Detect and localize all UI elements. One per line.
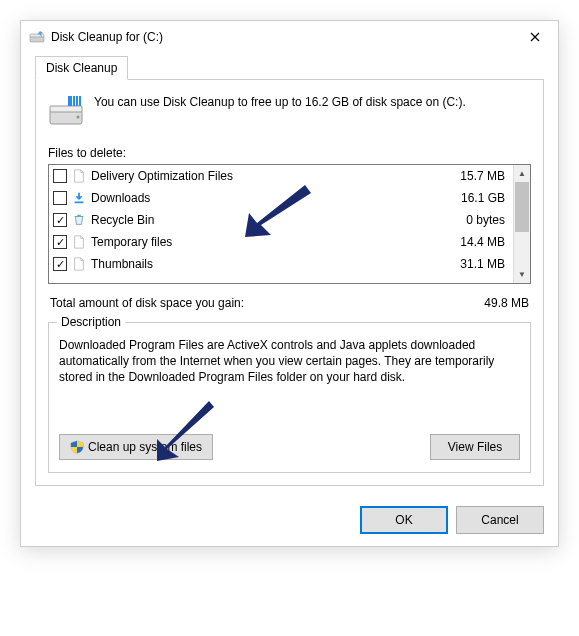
recycle-bin-icon xyxy=(71,212,87,228)
list-item[interactable]: ✓ Temporary files 14.4 MB xyxy=(49,231,513,253)
disk-cleanup-window: Disk Cleanup for (C:) Disk Cleanup xyxy=(20,20,559,547)
view-files-button[interactable]: View Files xyxy=(430,434,520,460)
svg-rect-6 xyxy=(73,96,75,106)
intro-text: You can use Disk Cleanup to free up to 1… xyxy=(94,94,466,130)
checkbox[interactable]: ✓ xyxy=(53,235,67,249)
cancel-label: Cancel xyxy=(481,513,518,527)
scroll-down-button[interactable]: ▼ xyxy=(514,266,530,283)
dialog-body: Disk Cleanup You can use Disk Cleanup to… xyxy=(21,55,558,494)
scroll-up-button[interactable]: ▲ xyxy=(514,165,530,182)
view-files-label: View Files xyxy=(448,440,502,454)
scroll-track[interactable] xyxy=(514,182,530,266)
list-item[interactable]: Downloads 16.1 GB xyxy=(49,187,513,209)
description-text: Downloaded Program Files are ActiveX con… xyxy=(59,337,520,386)
checkbox[interactable]: ✓ xyxy=(53,257,67,271)
disk-cleanup-icon xyxy=(29,29,45,45)
uac-shield-icon xyxy=(70,440,84,454)
total-value: 49.8 MB xyxy=(484,296,529,310)
svg-point-4 xyxy=(77,116,80,119)
item-name: Recycle Bin xyxy=(91,213,443,227)
tab-content: You can use Disk Cleanup to free up to 1… xyxy=(35,80,544,486)
list-item[interactable]: Delivery Optimization Files 15.7 MB xyxy=(49,165,513,187)
svg-rect-1 xyxy=(30,34,44,37)
item-size: 15.7 MB xyxy=(447,169,507,183)
list-item[interactable]: ✓ Thumbnails 31.1 MB xyxy=(49,253,513,275)
drive-icon xyxy=(48,94,84,130)
window-title: Disk Cleanup for (C:) xyxy=(51,30,520,44)
intro-row: You can use Disk Cleanup to free up to 1… xyxy=(48,94,531,130)
item-size: 16.1 GB xyxy=(447,191,507,205)
titlebar: Disk Cleanup for (C:) xyxy=(21,21,558,53)
ok-label: OK xyxy=(395,513,412,527)
file-icon xyxy=(71,256,87,272)
item-size: 31.1 MB xyxy=(447,257,507,271)
file-list-rows: Delivery Optimization Files 15.7 MB Down… xyxy=(49,165,513,283)
tab-disk-cleanup[interactable]: Disk Cleanup xyxy=(35,56,128,80)
dialog-footer: OK Cancel xyxy=(21,494,558,546)
checkbox[interactable] xyxy=(53,169,67,183)
ok-button[interactable]: OK xyxy=(360,506,448,534)
svg-rect-8 xyxy=(79,96,81,106)
item-name: Delivery Optimization Files xyxy=(91,169,443,183)
close-icon xyxy=(530,32,540,42)
cancel-button[interactable]: Cancel xyxy=(456,506,544,534)
scrollbar[interactable]: ▲ ▼ xyxy=(513,165,530,283)
clean-system-files-label: Clean up system files xyxy=(88,440,202,454)
svg-rect-5 xyxy=(68,96,72,106)
total-label: Total amount of disk space you gain: xyxy=(50,296,244,310)
checkbox[interactable] xyxy=(53,191,67,205)
svg-rect-3 xyxy=(50,106,82,112)
clean-system-files-button[interactable]: Clean up system files xyxy=(59,434,213,460)
tab-strip: Disk Cleanup xyxy=(35,55,544,80)
scroll-thumb[interactable] xyxy=(515,182,529,232)
svg-rect-7 xyxy=(76,96,78,106)
checkbox[interactable]: ✓ xyxy=(53,213,67,227)
item-name: Thumbnails xyxy=(91,257,443,271)
item-size: 0 bytes xyxy=(447,213,507,227)
item-name: Downloads xyxy=(91,191,443,205)
file-list: Delivery Optimization Files 15.7 MB Down… xyxy=(48,164,531,284)
list-item[interactable]: ✓ Recycle Bin 0 bytes xyxy=(49,209,513,231)
description-group: Description Downloaded Program Files are… xyxy=(48,322,531,473)
description-buttons: Clean up system files View Files xyxy=(59,434,520,460)
description-label: Description xyxy=(57,315,125,329)
files-to-delete-label: Files to delete: xyxy=(48,146,531,160)
item-size: 14.4 MB xyxy=(447,235,507,249)
item-name: Temporary files xyxy=(91,235,443,249)
file-icon xyxy=(71,168,87,184)
download-icon xyxy=(71,190,87,206)
file-icon xyxy=(71,234,87,250)
close-button[interactable] xyxy=(520,23,550,51)
